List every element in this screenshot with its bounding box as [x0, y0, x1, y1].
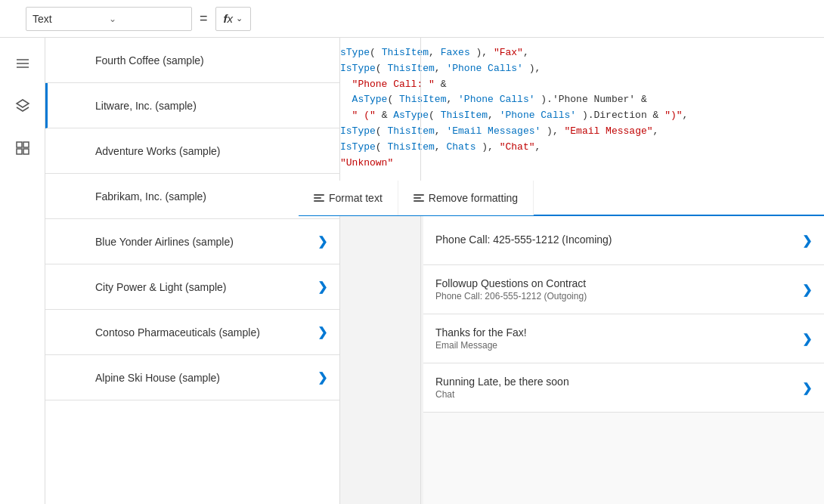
field-chevron-icon: ⌄	[109, 14, 185, 24]
activity-chevron-icon: ❯	[802, 381, 812, 395]
account-name: Contoso Pharmaceuticals (sample)	[95, 326, 260, 339]
code-line-2: IsType( ThisItem, 'Phone Calls' ),	[311, 61, 812, 77]
chevron-right-icon: ❯	[318, 325, 327, 339]
fx-chevron-icon: ⌄	[236, 14, 243, 23]
field-label: Text	[33, 13, 109, 25]
top-bar: Text ⌄ = fx ⌄	[0, 0, 824, 38]
code-line-8: "Unknown"	[311, 156, 812, 172]
chevron-right-icon: ❯	[318, 280, 327, 294]
remove-formatting-icon	[414, 194, 424, 202]
code-line-4: AsType( ThisItem, 'Phone Calls' ).'Phone…	[311, 92, 812, 108]
field-selector[interactable]: Text ⌄	[26, 7, 192, 31]
activity-chevron-icon: ❯	[802, 332, 812, 346]
activity-content: Running Late, be there soon Chat	[435, 376, 796, 400]
account-item-contoso[interactable]: Contoso Pharmaceuticals (sample) ❯	[45, 310, 339, 355]
activity-title: Phone Call: 425-555-1212 (Incoming)	[435, 233, 796, 246]
sidebar	[0, 38, 45, 504]
activity-subtitle: Email Message	[435, 340, 796, 351]
activity-content: Followup Questions on Contract Phone Cal…	[435, 277, 796, 301]
code-line-7: IsType( ThisItem, Chats ), "Chat",	[311, 140, 812, 156]
account-name: Adventure Works (sample)	[95, 145, 220, 157]
format-toolbar: Format text Remove formatting	[299, 181, 824, 216]
account-item-blue-yonder[interactable]: Blue Yonder Airlines (sample) ❯	[45, 219, 339, 264]
vertical-divider	[420, 38, 421, 504]
activity-subtitle: Phone Call: 206-555-1212 (Outgoing)	[435, 291, 796, 301]
account-item-city-power[interactable]: City Power & Light (sample) ❯	[45, 264, 339, 310]
sidebar-icon-menu[interactable]	[9, 50, 36, 77]
activity-item-running-late[interactable]: Running Late, be there soon Chat ❯	[423, 363, 824, 413]
account-name: Blue Yonder Airlines (sample)	[95, 236, 234, 248]
format-text-icon	[314, 194, 324, 202]
activity-item-followup[interactable]: Followup Questions on Contract Phone Cal…	[423, 265, 824, 314]
chevron-right-icon: ❯	[318, 370, 327, 385]
activity-title: Running Late, be there soon	[435, 376, 796, 388]
code-line-3: "Phone Call: " &	[311, 77, 812, 93]
svg-marker-3	[17, 100, 29, 107]
activity-title: Thanks for the Fax!	[435, 326, 796, 339]
activity-chevron-icon: ❯	[802, 233, 812, 248]
activity-content: Phone Call: 425-555-1212 (Incoming)	[435, 233, 796, 247]
fx-button[interactable]: fx ⌄	[215, 7, 252, 31]
account-name: City Power & Light (sample)	[95, 281, 227, 293]
account-item-alpine[interactable]: Alpine Ski House (sample) ❯	[45, 355, 339, 400]
format-text-label: Format text	[329, 192, 383, 204]
account-item-litware[interactable]: Litware, Inc. (sample)	[45, 83, 339, 128]
remove-formatting-button[interactable]: Remove formatting	[398, 181, 534, 215]
activity-panel: Phone Call: 425-555-1212 (Incoming) ❯ Fo…	[423, 216, 824, 504]
svg-rect-7	[23, 149, 29, 154]
activity-chevron-icon: ❯	[802, 283, 812, 297]
chevron-right-icon: ❯	[318, 234, 327, 249]
account-list: Fourth Coffee (sample) Litware, Inc. (sa…	[45, 38, 340, 504]
remove-formatting-label: Remove formatting	[429, 192, 518, 204]
account-item-fourth-coffee[interactable]: Fourth Coffee (sample)	[45, 38, 339, 83]
format-text-button[interactable]: Format text	[299, 181, 398, 215]
account-name: Fourth Coffee (sample)	[95, 54, 204, 66]
sidebar-icon-layers[interactable]	[9, 92, 36, 119]
account-item-adventure-works[interactable]: Adventure Works (sample)	[45, 128, 339, 174]
svg-rect-4	[17, 142, 22, 147]
svg-rect-6	[17, 149, 22, 154]
activity-content: Thanks for the Fax! Email Message	[435, 326, 796, 351]
svg-rect-5	[23, 142, 29, 147]
activity-title: Followup Questions on Contract	[435, 277, 796, 289]
account-item-fabrikam[interactable]: Fabrikam, Inc. (sample) ❯	[45, 174, 339, 219]
code-line-5: " (" & AsType( ThisItem, 'Phone Calls' )…	[311, 108, 812, 124]
activity-item-phone-incoming[interactable]: Phone Call: 425-555-1212 (Incoming) ❯	[423, 216, 824, 265]
account-name: Litware, Inc. (sample)	[95, 100, 197, 112]
account-name: Fabrikam, Inc. (sample)	[95, 190, 206, 203]
activity-subtitle: Chat	[435, 389, 796, 400]
activity-item-fax[interactable]: Thanks for the Fax! Email Message ❯	[423, 314, 824, 363]
sidebar-icon-grid[interactable]	[9, 135, 36, 162]
equals-sign: =	[200, 11, 208, 26]
code-line-6: IsType( ThisItem, 'Email Messages' ), "E…	[311, 124, 812, 140]
account-name: Alpine Ski House (sample)	[95, 372, 220, 384]
code-line-1: If( IsType( ThisItem, Faxes ), "Fax",	[311, 45, 812, 61]
